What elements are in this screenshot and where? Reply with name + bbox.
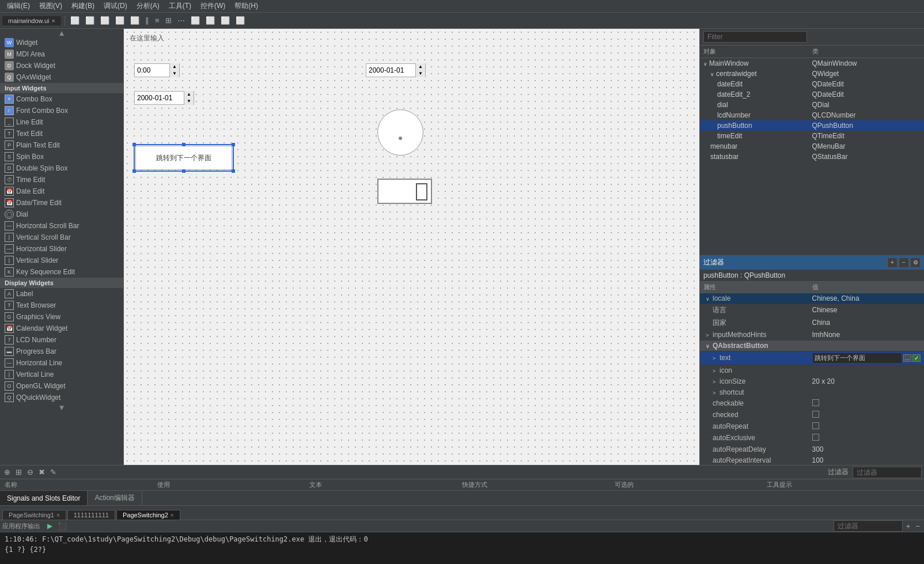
tree-item-mainwindow[interactable]: ∨MainWindow QMainWindow xyxy=(700,58,924,69)
menu-controls[interactable]: 控件(W) xyxy=(196,0,230,12)
prop-row-icon[interactable]: >icon xyxy=(700,365,924,376)
date-spin-down[interactable]: ▼ xyxy=(416,70,425,77)
toolbar-btn-12[interactable]: ⬜ xyxy=(219,15,232,26)
scroll-up-btn[interactable]: ▲ xyxy=(0,29,123,37)
menu-help[interactable]: 帮助(H) xyxy=(230,0,263,12)
sidebar-item-vline[interactable]: | Vertical Line xyxy=(0,369,123,380)
sidebar-item-calendar[interactable]: 📅 Calendar Widget xyxy=(0,323,123,334)
prop-row-checked[interactable]: checked xyxy=(700,410,924,421)
sidebar-item-hline[interactable]: — Horizontal Line xyxy=(0,357,123,369)
tab-action-editor[interactable]: Action编辑器 xyxy=(88,491,142,505)
scroll-down-btn[interactable]: ▼ xyxy=(0,403,123,411)
app-filter-input[interactable] xyxy=(834,520,903,532)
handle-tl[interactable] xyxy=(132,143,136,146)
prop-row-iconsize[interactable]: >iconSize 20 x 20 xyxy=(700,376,924,387)
menu-build[interactable]: 构建(B) xyxy=(67,0,99,12)
props-add-btn[interactable]: + xyxy=(887,258,898,268)
signals-edit-btn[interactable]: ✎ xyxy=(48,467,58,478)
app-tab-pageswitching2[interactable]: PageSwitching2 × xyxy=(116,510,180,520)
app-tab-numbers[interactable]: 1111111111 xyxy=(67,510,115,520)
canvas-inner[interactable]: 在这里输入 ▲ ▼ ▲ xyxy=(124,29,699,465)
menu-edit[interactable]: 编辑(E) xyxy=(2,0,35,12)
props-minus-btn[interactable]: − xyxy=(899,258,909,268)
sidebar-item-dial[interactable]: ◯ Dial xyxy=(0,209,123,220)
sidebar-item-spin[interactable]: S Spin Box xyxy=(0,151,123,162)
sidebar-item-hslider[interactable]: — Horizontal Slider xyxy=(0,243,123,255)
tree-item-statusbar[interactable]: statusbar QStatusBar xyxy=(700,152,924,162)
pushbutton-widget[interactable]: 跳转到下一个界面 xyxy=(135,146,232,170)
app-add-btn[interactable]: + xyxy=(904,521,912,532)
signals-add-btn[interactable]: ⊕ xyxy=(2,467,12,478)
time-spin-up[interactable]: ▲ xyxy=(170,63,179,70)
date2-spin-down[interactable]: ▼ xyxy=(184,98,194,105)
sidebar-item-combo[interactable]: ▼ Combo Box xyxy=(0,93,123,105)
checkable-checkbox[interactable] xyxy=(812,399,819,406)
file-tab-close[interactable]: × xyxy=(52,17,55,24)
sidebar-item-hscroll[interactable]: — Horizontal Scroll Bar xyxy=(0,220,123,232)
handle-bm[interactable] xyxy=(182,169,185,173)
sidebar-item-qquick[interactable]: Q QQuickWidget xyxy=(0,392,123,403)
sidebar-item-label[interactable]: A Label xyxy=(0,288,123,300)
signals-copy-btn[interactable]: ⊞ xyxy=(14,467,24,478)
toolbar-btn-10[interactable]: ⬜ xyxy=(189,15,202,26)
toolbar-btn-2[interactable]: ⬜ xyxy=(84,15,96,26)
sidebar-item-vscroll[interactable]: | Vertical Scroll Bar xyxy=(0,232,123,243)
date-spin-up[interactable]: ▲ xyxy=(416,63,425,70)
tab-signals-slots[interactable]: Signals and Slots Editor xyxy=(0,491,88,505)
tree-item-pushbutton[interactable]: pushButton QPushButton xyxy=(700,120,924,131)
toolbar-btn-13[interactable]: ⬜ xyxy=(234,15,247,26)
sidebar-item-text-browser[interactable]: T Text Browser xyxy=(0,300,123,311)
sidebar-item-vslider[interactable]: | Vertical Slider xyxy=(0,255,123,266)
app-tab-pageswitching1[interactable]: PageSwitching1 × xyxy=(2,510,66,520)
sidebar-item-graphics[interactable]: G Graphics View xyxy=(0,311,123,323)
toolbar-btn-3[interactable]: ⬜ xyxy=(99,15,111,26)
autorepeat-checkbox[interactable] xyxy=(812,422,819,429)
date-input[interactable] xyxy=(366,65,415,75)
checked-checkbox[interactable] xyxy=(812,411,819,418)
toolbar-btn-9[interactable]: ⋯ xyxy=(176,15,187,26)
sidebar-item-line-edit[interactable]: _ Line Edit xyxy=(0,116,123,128)
signals-filter-input[interactable] xyxy=(853,467,922,478)
app-stop-btn[interactable]: ⬛ xyxy=(56,521,69,532)
props-settings-btn[interactable]: ⚙ xyxy=(910,258,921,268)
toolbar-btn-4[interactable]: ⬜ xyxy=(113,15,126,26)
sidebar-item-progress[interactable]: ▬ Progress Bar xyxy=(0,346,123,357)
sidebar-item-plain-text[interactable]: P Plain Text Edit xyxy=(0,139,123,151)
toolbar-btn-8[interactable]: ⊞ xyxy=(164,15,173,26)
text-edit-btn[interactable]: ... xyxy=(903,354,911,362)
canvas-dotted[interactable]: 在这里输入 ▲ ▼ ▲ xyxy=(124,29,699,465)
prop-row-inputmethod[interactable]: >inputMethodHints ImhNone xyxy=(700,330,924,340)
sidebar-item-lcd[interactable]: 7 LCD Number xyxy=(0,334,123,346)
sidebar-item-font-combo[interactable]: F Font Combo Box xyxy=(0,105,123,116)
time-spin-down[interactable]: ▼ xyxy=(170,70,179,77)
prop-row-autorepeatdelay[interactable]: autoRepeatDelay 300 xyxy=(700,444,924,455)
toolbar-btn-11[interactable]: ⬜ xyxy=(204,15,217,26)
prop-row-autorepeat[interactable]: autoRepeat xyxy=(700,421,924,433)
toolbar-btn-5[interactable]: ⬜ xyxy=(128,15,141,26)
prop-row-autorepeatinterval[interactable]: autoRepeatInterval 100 xyxy=(700,455,924,465)
sidebar-item-opengl[interactable]: O OpenGL Widget xyxy=(0,380,123,392)
handle-tm[interactable] xyxy=(182,143,185,146)
time-input[interactable] xyxy=(135,65,169,75)
prop-row-checkable[interactable]: checkable xyxy=(700,398,924,410)
app-tab3-close[interactable]: × xyxy=(171,512,174,518)
app-run-btn[interactable]: ▶ xyxy=(46,521,54,531)
menu-debug[interactable]: 调试(D) xyxy=(99,0,132,12)
tree-item-menubar[interactable]: menubar QMenuBar xyxy=(700,141,924,152)
date2-spin-up[interactable]: ▲ xyxy=(184,91,194,98)
prop-row-autoexclusive[interactable]: autoExclusive xyxy=(700,433,924,444)
sidebar-item-datetime[interactable]: 📅 Date/Time Edit xyxy=(0,197,123,209)
sidebar-item-widget[interactable]: W Widget xyxy=(0,37,123,48)
lcd-widget[interactable] xyxy=(377,179,432,204)
app-tab1-close[interactable]: × xyxy=(56,512,60,518)
sidebar-item-time[interactable]: ⏱ Time Edit xyxy=(0,174,123,186)
file-tab[interactable]: mainwindow.ui × xyxy=(2,16,61,25)
sidebar-item-mdi[interactable]: M MDI Area xyxy=(0,48,123,60)
prop-section-abstractbutton[interactable]: ∨QAbstractButton xyxy=(700,340,924,351)
autoexclusive-checkbox[interactable] xyxy=(812,434,819,441)
signals-delete-btn[interactable]: ⊖ xyxy=(25,467,35,478)
app-minus-btn[interactable]: − xyxy=(914,521,922,532)
tree-item-dateedit[interactable]: dateEdit QDateEdit xyxy=(700,79,924,89)
sidebar-item-keyseq[interactable]: K Key Sequence Edit xyxy=(0,266,123,278)
handle-bl[interactable] xyxy=(132,169,136,173)
